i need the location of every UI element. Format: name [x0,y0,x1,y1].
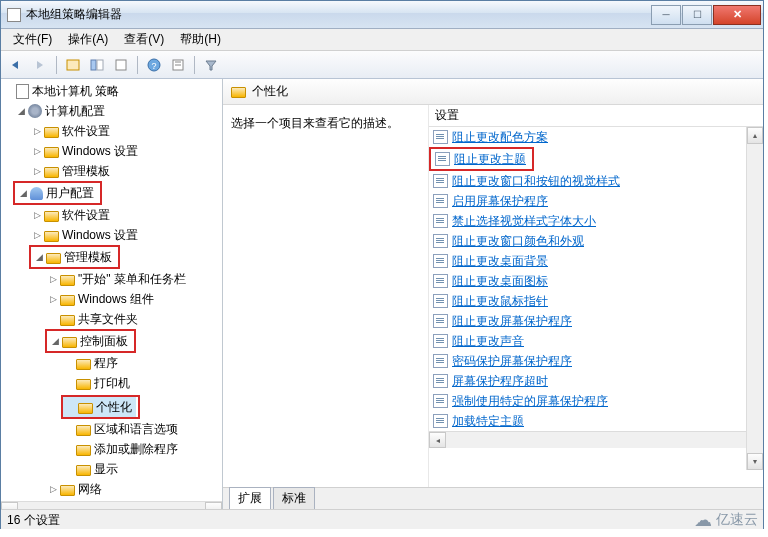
folder-icon [78,403,93,414]
setting-item[interactable]: 启用屏幕保护程序 [429,191,763,211]
help-button[interactable]: ? [143,54,165,76]
svg-text:?: ? [151,61,156,71]
setting-item[interactable]: 加载特定主题 [429,411,763,431]
filter-button[interactable] [200,54,222,76]
tree-user-admin[interactable]: ◢管理模板 [31,247,116,267]
properties-button[interactable] [167,54,189,76]
setting-item[interactable]: 禁止选择视觉样式字体大小 [429,211,763,231]
app-window: 本地组策略编辑器 ─ ☐ ✕ 文件(F) 操作(A) 查看(V) 帮助(H) ?… [0,0,764,529]
tree-comp-windows[interactable]: ▷Windows 设置 [1,141,222,161]
folder-icon [44,231,59,242]
folder-icon [60,275,75,286]
tree-win-components[interactable]: ▷Windows 组件 [1,289,222,309]
setting-item[interactable]: 密码保护屏幕保护程序 [429,351,763,371]
person-icon [30,187,43,200]
folder-icon [76,465,91,476]
setting-label: 强制使用特定的屏幕保护程序 [452,393,608,410]
tree-computer-config[interactable]: ◢计算机配置 [1,101,222,121]
svg-rect-1 [91,60,96,70]
setting-label: 阻止更改配色方案 [452,129,548,146]
folder-icon [44,211,59,222]
description-prompt: 选择一个项目来查看它的描述。 [231,115,420,132]
svg-rect-2 [97,60,103,70]
content-area: 本地计算机 策略 ◢计算机配置 ▷软件设置 ▷Windows 设置 ▷管理模板 … [1,79,763,509]
show-list-button[interactable] [86,54,108,76]
tab-standard[interactable]: 标准 [273,487,315,509]
tree-user-config[interactable]: ◢用户配置 [15,183,98,203]
folder-icon [46,253,61,264]
tree-root[interactable]: 本地计算机 策略 [1,81,222,101]
details-header: 个性化 [223,79,763,105]
setting-label: 阻止更改鼠标指针 [452,293,548,310]
back-button[interactable] [5,54,27,76]
setting-item[interactable]: 阻止更改屏幕保护程序 [429,311,763,331]
folder-icon [76,445,91,456]
list-hscrollbar[interactable]: ◂▸ [429,431,763,448]
tree-add-remove[interactable]: 添加或删除程序 [1,439,222,459]
tree-region[interactable]: 区域和语言选项 [1,419,222,439]
titlebar[interactable]: 本地组策略编辑器 ─ ☐ ✕ [1,1,763,29]
setting-item[interactable]: 屏幕保护程序超时 [429,371,763,391]
tree-panel[interactable]: 本地计算机 策略 ◢计算机配置 ▷软件设置 ▷Windows 设置 ▷管理模板 … [1,79,223,509]
tree-display[interactable]: 显示 [1,459,222,479]
description-column: 选择一个项目来查看它的描述。 [223,105,429,487]
setting-item[interactable]: 阻止更改声音 [429,331,763,351]
tab-extended[interactable]: 扩展 [229,487,271,509]
tree-network[interactable]: ▷网络 [1,479,222,499]
view-tabs: 扩展 标准 [223,487,763,509]
gear-icon [28,104,42,118]
setting-label: 阻止更改主题 [454,151,526,168]
policy-item-icon [433,374,448,388]
forward-button[interactable] [29,54,51,76]
tree-user-windows[interactable]: ▷Windows 设置 [1,225,222,245]
tree-start-menu[interactable]: ▷"开始" 菜单和任务栏 [1,269,222,289]
setting-item[interactable]: 强制使用特定的屏幕保护程序 [429,391,763,411]
setting-item[interactable]: 阻止更改窗口和按钮的视觉样式 [429,171,763,191]
menubar: 文件(F) 操作(A) 查看(V) 帮助(H) [1,29,763,51]
statusbar: 16 个设置 [1,509,763,529]
close-button[interactable]: ✕ [713,5,761,25]
policy-item-icon [433,234,448,248]
setting-item[interactable]: 阻止更改配色方案 [429,127,763,147]
setting-item[interactable]: 阻止更改鼠标指针 [429,291,763,311]
tree-hscrollbar[interactable]: ◂▸ [1,501,222,509]
svg-rect-3 [116,60,126,70]
setting-label: 密码保护屏幕保护程序 [452,353,572,370]
setting-item[interactable]: 阻止更改主题 [431,149,530,169]
show-tree-button[interactable] [62,54,84,76]
tree-personalization[interactable]: 个性化 [63,397,136,417]
setting-item[interactable]: 阻止更改桌面背景 [429,251,763,271]
list-vscrollbar[interactable]: ▴▾ [746,127,763,470]
folder-icon [76,359,91,370]
menu-help[interactable]: 帮助(H) [172,29,229,50]
setting-label: 阻止更改声音 [452,333,524,350]
menu-action[interactable]: 操作(A) [60,29,116,50]
setting-label: 屏幕保护程序超时 [452,373,548,390]
maximize-button[interactable]: ☐ [682,5,712,25]
tree-user-software[interactable]: ▷软件设置 [1,205,222,225]
setting-item[interactable]: 阻止更改窗口颜色和外观 [429,231,763,251]
policy-item-icon [433,294,448,308]
tree-comp-software[interactable]: ▷软件设置 [1,121,222,141]
tree-shared-folders[interactable]: 共享文件夹 [1,309,222,329]
minimize-button[interactable]: ─ [651,5,681,25]
tree-programs[interactable]: 程序 [1,353,222,373]
settings-header[interactable]: 设置 [429,105,763,127]
toolbar: ? [1,51,763,79]
setting-item[interactable]: 阻止更改桌面图标 [429,271,763,291]
folder-icon [76,425,91,436]
watermark: ☁ 亿速云 [694,509,758,531]
policy-icon [16,84,29,99]
menu-view[interactable]: 查看(V) [116,29,172,50]
export-button[interactable] [110,54,132,76]
policy-item-icon [433,174,448,188]
settings-list[interactable]: 设置 阻止更改配色方案阻止更改主题阻止更改窗口和按钮的视觉样式启用屏幕保护程序禁… [429,105,763,487]
tree-printers[interactable]: 打印机 [1,373,222,393]
setting-label: 启用屏幕保护程序 [452,193,548,210]
details-title: 个性化 [252,83,288,100]
tree-comp-admin[interactable]: ▷管理模板 [1,161,222,181]
menu-file[interactable]: 文件(F) [5,29,60,50]
tree-control-panel[interactable]: ◢控制面板 [47,331,132,351]
policy-item-icon [433,194,448,208]
setting-label: 阻止更改窗口和按钮的视觉样式 [452,173,620,190]
